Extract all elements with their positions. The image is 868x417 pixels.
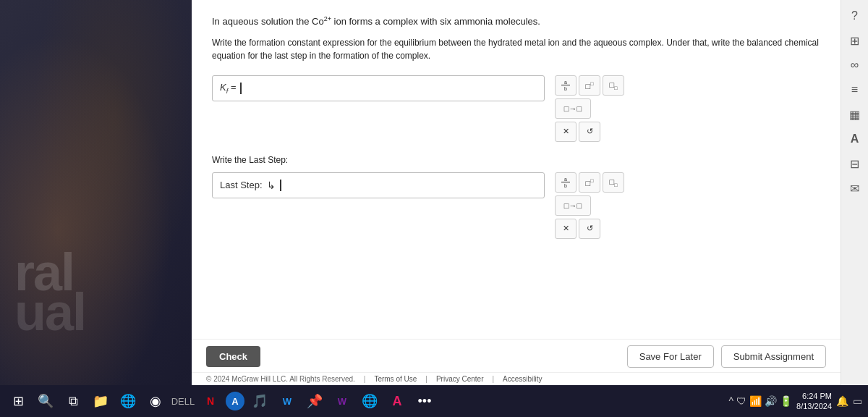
list-view-icon[interactable]: ≡ (845, 80, 865, 100)
search-taskbar-btn[interactable]: 🔍 (33, 389, 58, 413)
table-icon[interactable]: ⊟ (845, 153, 865, 174)
undo-btn-2[interactable]: ↺ (579, 219, 600, 239)
word2-btn[interactable]: W (330, 389, 354, 413)
content-area: In aqueous solution the Co2+ ion forms a… (192, 0, 841, 385)
last-step-input[interactable]: Last Step: ↳ (212, 172, 545, 198)
right-toolbar: ? ⊞ ∞ ≡ ▦ A ⊟ ✉ (841, 0, 868, 385)
accessibility-link[interactable]: Accessibility (503, 375, 542, 383)
submit-assignment-button[interactable]: Submit Assignment (721, 345, 826, 368)
windows-start-btn[interactable]: ⊞ (6, 389, 30, 413)
file-explorer-btn[interactable]: 📁 (88, 389, 113, 413)
last-step-cursor (280, 180, 281, 191)
app-a-btn[interactable]: A (226, 392, 244, 410)
last-step-input-row: Last Step: ↳ ab □□ □□ (212, 172, 820, 239)
fraction-btn-2[interactable]: ab (555, 172, 576, 193)
math2-row-2: □→□ (555, 195, 624, 216)
chart-icon[interactable]: ▦ (845, 104, 865, 125)
question-mark-icon[interactable]: ? (845, 6, 865, 26)
terms-link[interactable]: Terms of Use (374, 375, 417, 383)
last-step-label: Last Step: (220, 180, 263, 190)
dell-btn[interactable]: DELL (171, 389, 195, 413)
more-btn[interactable]: ••• (412, 389, 437, 413)
battery-icon[interactable]: 🔋 (780, 395, 792, 407)
desktop-icon[interactable]: ▭ (853, 395, 862, 407)
question-intro: In aqueous solution the Co2+ ion forms a… (212, 14, 820, 29)
question-body: In aqueous solution the Co2+ ion forms a… (192, 0, 841, 339)
kf-label: Kf = (220, 82, 236, 95)
decorative-text-ual: ual (14, 282, 85, 342)
volume-icon[interactable]: 🔊 (765, 395, 777, 407)
music-btn[interactable]: 🎵 (247, 389, 272, 413)
math-row-3: ✕ ↺ (555, 122, 624, 142)
copyright-bar: © 2024 McGraw Hill LLC. All Rights Reser… (192, 372, 841, 385)
clear-btn-2[interactable]: ✕ (555, 219, 576, 239)
kf-math-toolbar: ab □□ □□ □→□ (555, 75, 624, 142)
privacy-link[interactable]: Privacy Center (436, 375, 484, 383)
last-step-math-toolbar: ab □□ □□ □→□ (555, 172, 624, 239)
taskview-btn[interactable]: ⧉ (61, 389, 85, 413)
kf-input-row: Kf = ab □□ □□ (212, 75, 820, 142)
clear-btn[interactable]: ✕ (555, 122, 576, 142)
save-for-later-button[interactable]: Save For Later (627, 345, 714, 368)
arrow-btn-2[interactable]: □→□ (555, 195, 591, 216)
right-action-buttons: Save For Later Submit Assignment (627, 345, 826, 368)
taskbar-clock[interactable]: 6:24 PM 8/13/2024 (796, 391, 832, 412)
taskbar-right: ^ 🛡 📶 🔊 🔋 6:24 PM 8/13/2024 🔔 ▭ (728, 391, 862, 412)
subscript-btn[interactable]: □□ (603, 75, 624, 96)
wifi-icon[interactable]: 📶 (749, 395, 762, 407)
write-last-step-label: Write the Last Step: (212, 155, 820, 165)
superscript-btn-2[interactable]: □□ (579, 172, 600, 193)
chevron-up-icon[interactable]: ^ (728, 395, 733, 407)
notification-icon[interactable]: 🔔 (836, 395, 848, 407)
taskbar: ⊞ 🔍 ⧉ 📁 🌐 ◉ DELL N A 🎵 W 📌 W 🌐 A ••• ^ 🛡… (0, 385, 868, 417)
envelope-icon[interactable]: ✉ (845, 178, 865, 198)
fraction-btn[interactable]: ab (555, 75, 576, 96)
input-cursor (240, 83, 242, 94)
undo-btn[interactable]: ↺ (579, 122, 600, 142)
superscript-btn[interactable]: □□ (579, 75, 600, 96)
pin-btn[interactable]: 📌 (302, 389, 327, 413)
font-btn[interactable]: A (385, 389, 409, 413)
arrow-btn[interactable]: □→□ (555, 98, 591, 119)
check-button[interactable]: Check (206, 346, 260, 367)
question-instruction: Write the formation constant expression … (212, 36, 820, 62)
cursor-arrow: ↳ (267, 180, 276, 191)
system-tray: ^ 🛡 📶 🔊 🔋 (728, 395, 792, 407)
bottom-action-bar: Check Save For Later Submit Assignment (192, 339, 841, 372)
netflix-btn[interactable]: N (198, 389, 223, 413)
math2-row-1: ab □□ □□ (555, 172, 624, 193)
browser2-btn[interactable]: 🌐 (357, 389, 382, 413)
shield-tray-icon[interactable]: 🛡 (736, 395, 746, 407)
grid-view-icon[interactable]: ⊞ (845, 30, 865, 51)
kf-equation-input[interactable]: Kf = (212, 75, 545, 101)
math-row-1: ab □□ □□ (555, 75, 624, 96)
font-size-icon[interactable]: A (845, 129, 865, 149)
browser-btn[interactable]: 🌐 (116, 389, 140, 413)
word-btn[interactable]: W (275, 389, 299, 413)
subscript-btn-2[interactable]: □□ (603, 172, 624, 193)
left-panel: ral ual (0, 0, 192, 385)
math-row-2: □→□ (555, 98, 624, 119)
chrome-btn[interactable]: ◉ (143, 389, 168, 413)
infinity-icon[interactable]: ∞ (845, 55, 865, 75)
math2-row-3: ✕ ↺ (555, 219, 624, 239)
